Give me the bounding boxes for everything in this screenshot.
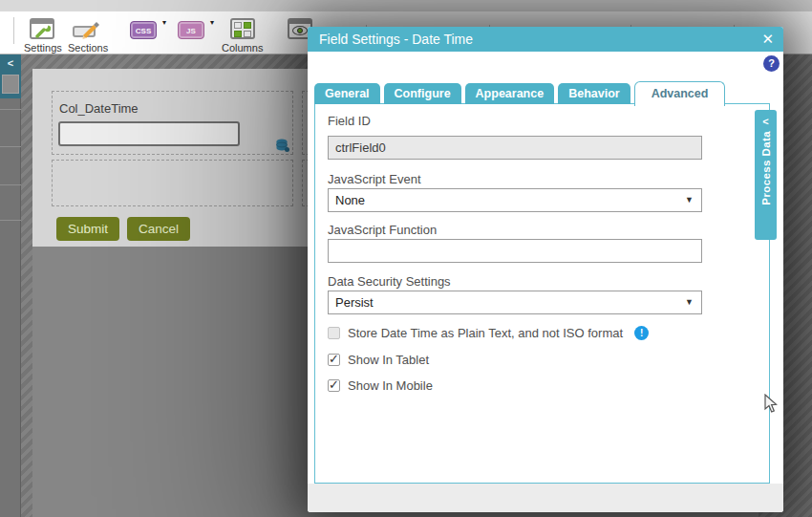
close-icon[interactable]: ✕ (761, 27, 774, 52)
expand-chevron-icon: < (755, 114, 777, 129)
help-icon[interactable]: ? (763, 55, 780, 72)
settings-label: Settings (24, 42, 62, 54)
palette-header[interactable]: < (0, 54, 21, 98)
tab-behavior[interactable]: Behavior (558, 83, 630, 104)
info-icon[interactable]: ! (634, 326, 649, 340)
toolbar-separator (13, 17, 14, 44)
dialog-title: Field Settings - Date Time (319, 27, 473, 52)
field-id-label: Field ID (328, 114, 371, 128)
dialog-tabs: General Configure Appearance Behavior Ad… (314, 81, 725, 104)
dialog-footer (308, 484, 783, 512)
data-security-value: Persist (335, 295, 374, 310)
tab-configure[interactable]: Configure (384, 83, 461, 104)
show-in-tablet-row: ✓ Show In Tablet (328, 353, 429, 366)
store-plain-text-label: Store Date Time as Plain Text, and not I… (348, 326, 623, 340)
store-plain-text-row: ✓ Store Date Time as Plain Text, and not… (328, 326, 649, 339)
show-in-tablet-label: Show In Tablet (348, 353, 429, 367)
datetime-field-label: Col_DateTime (59, 101, 139, 116)
js-event-select[interactable]: None ▼ (328, 188, 702, 212)
sections-label: Sections (68, 42, 108, 54)
select-arrow-icon: ▼ (685, 291, 694, 313)
css-badge-icon: CSS (130, 21, 157, 39)
settings-window-icon (30, 18, 54, 39)
css-button[interactable]: CSS (130, 21, 157, 39)
process-data-tab[interactable]: < Process Data (755, 110, 777, 240)
check-icon: ✓ (329, 377, 339, 392)
css-dropdown-caret[interactable]: ▾ (162, 18, 166, 27)
tab-general[interactable]: General (314, 83, 380, 104)
data-security-select[interactable]: Persist ▼ (328, 291, 702, 314)
tab-advanced[interactable]: Advanced (634, 81, 726, 106)
datetime-field-input[interactable] (58, 121, 240, 146)
columns-grid-icon (230, 18, 255, 39)
js-badge-icon: JS (178, 21, 204, 39)
field-id-input (328, 136, 702, 160)
collapsed-palette-sidebar: < (0, 54, 21, 517)
js-event-label: JavaScript Event (328, 172, 421, 186)
js-button[interactable]: JS (178, 21, 204, 39)
check-icon: ✓ (329, 352, 339, 366)
window-top-strip (0, 0, 812, 11)
submit-button[interactable]: Submit (56, 217, 119, 241)
columns-button[interactable] (230, 18, 255, 39)
palette-divider (0, 109, 21, 110)
palette-divider (0, 146, 21, 147)
mouse-cursor (764, 394, 778, 414)
empty-drop-zone[interactable] (52, 160, 293, 206)
js-dropdown-caret[interactable]: ▾ (210, 18, 214, 27)
section-bar-icon (73, 26, 96, 37)
show-in-mobile-checkbox[interactable]: ✓ (328, 379, 340, 392)
dialog-header: Field Settings - Date Time ✕ (308, 27, 783, 52)
select-arrow-icon: ▼ (685, 189, 694, 211)
tab-appearance[interactable]: Appearance (465, 83, 555, 104)
collapse-chevron-icon[interactable]: < (0, 54, 21, 72)
palette-slot (2, 75, 19, 94)
settings-button[interactable] (30, 18, 54, 39)
show-in-mobile-label: Show In Mobile (348, 378, 433, 393)
process-data-label: Process Data (760, 131, 772, 205)
palette-divider (0, 184, 21, 185)
palette-divider (0, 220, 21, 221)
show-in-tablet-checkbox[interactable]: ✓ (328, 354, 340, 366)
cancel-button[interactable]: Cancel (127, 217, 190, 241)
js-function-label: JavaScript Function (328, 223, 437, 237)
js-event-value: None (335, 193, 365, 207)
sections-button[interactable] (73, 18, 96, 37)
columns-label: Columns (222, 42, 263, 54)
js-function-input[interactable] (328, 239, 702, 263)
field-settings-dialog: Field Settings - Date Time ✕ ? General C… (308, 27, 783, 512)
store-plain-text-checkbox[interactable]: ✓ (328, 327, 340, 339)
advanced-tab-panel: Field ID JavaScript Event None ▼ JavaScr… (314, 103, 770, 484)
data-security-label: Data Security Settings (328, 274, 451, 289)
pencil-icon (80, 19, 101, 40)
database-binding-icon[interactable] (275, 138, 290, 153)
wrench-icon (35, 23, 51, 38)
form-builder-screen: Settings Sections CSS ▾ JS ▾ (0, 0, 812, 517)
show-in-mobile-row: ✓ Show In Mobile (328, 378, 433, 392)
